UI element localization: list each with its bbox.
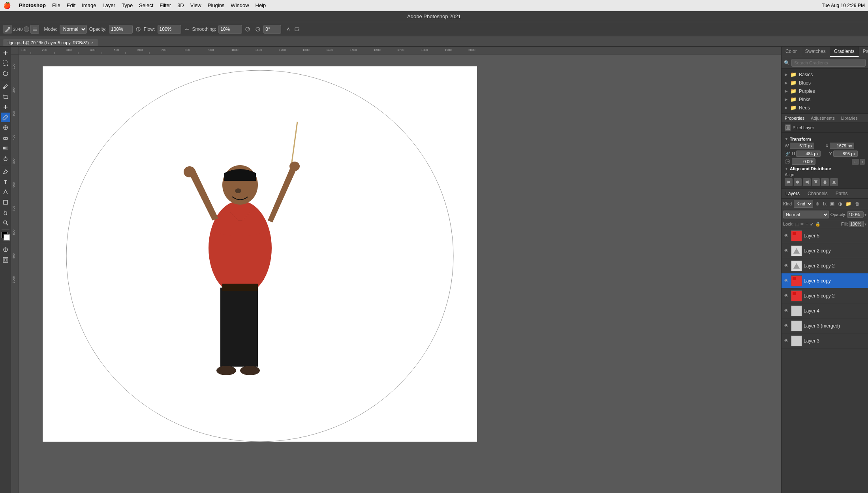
- tab-channels[interactable]: Channels: [804, 189, 832, 198]
- layer-opacity-input[interactable]: [847, 211, 864, 218]
- file-tab[interactable]: tiger.psd @ 70.1% (Layer 5 copy, RGB/8*)…: [3, 39, 98, 46]
- gradient-folder-purples[interactable]: ▶ 📁 Purples: [782, 87, 868, 95]
- menubar-edit[interactable]: Edit: [64, 2, 79, 9]
- tab-properties[interactable]: Properties: [782, 114, 808, 122]
- align-bottom-btn[interactable]: [830, 178, 838, 186]
- text-tool[interactable]: T: [1, 177, 10, 186]
- background-color[interactable]: [4, 234, 10, 241]
- align-top-btn[interactable]: [812, 178, 820, 186]
- gradient-folder-basics[interactable]: ▶ 📁 Basics: [782, 70, 868, 79]
- pen-tool[interactable]: [1, 167, 10, 176]
- fill-input[interactable]: [849, 221, 864, 227]
- frame-tool[interactable]: [1, 255, 10, 265]
- menubar-3d[interactable]: 3D: [174, 2, 187, 9]
- lock-position-btn[interactable]: ✏: [800, 222, 804, 227]
- selection-tool[interactable]: [1, 58, 10, 68]
- smoothing-settings-icon[interactable]: [244, 26, 251, 32]
- menubar-select[interactable]: Select: [136, 2, 156, 9]
- visibility-icon[interactable]: 👁: [783, 233, 789, 239]
- layer-item[interactable]: 👁 Layer 5: [782, 228, 868, 243]
- transform-section[interactable]: ▼ Transform: [785, 137, 865, 141]
- brush-preview[interactable]: [24, 26, 29, 32]
- gradient-folder-reds[interactable]: ▶ 📁 Reds: [782, 103, 868, 112]
- link-wh-icon[interactable]: 🔗: [785, 151, 790, 156]
- opacity-dropdown-icon[interactable]: ▾: [864, 213, 866, 217]
- visibility-icon[interactable]: 👁: [783, 338, 789, 344]
- tablet-icon[interactable]: [294, 26, 300, 32]
- brush-settings-btn[interactable]: [30, 25, 39, 34]
- brush-icon[interactable]: [3, 25, 12, 34]
- menubar-type[interactable]: Type: [118, 2, 136, 9]
- smoothing-input[interactable]: [218, 25, 242, 34]
- menubar-window[interactable]: Window: [227, 2, 252, 9]
- menubar-photoshop[interactable]: Photoshop: [16, 2, 49, 9]
- layer-item[interactable]: 👁 Layer 3: [782, 333, 868, 348]
- layer-item[interactable]: 👁 Layer 5 copy: [782, 273, 868, 288]
- tab-patterns[interactable]: Patterns: [859, 47, 868, 57]
- shape-tool[interactable]: [1, 198, 10, 207]
- eyedropper-tool[interactable]: [1, 82, 10, 91]
- lock-artboard-btn[interactable]: +: [806, 222, 808, 226]
- layer-item[interactable]: 👁 Layer 3 (merged): [782, 318, 868, 333]
- menubar-filter[interactable]: Filter: [156, 2, 174, 9]
- layer-item[interactable]: 👁 Layer 4: [782, 303, 868, 318]
- visibility-icon[interactable]: 👁: [783, 323, 789, 329]
- menubar-file[interactable]: File: [49, 2, 64, 9]
- move-tool[interactable]: [1, 48, 10, 58]
- lock-pixel-btn[interactable]: ⬚: [795, 222, 799, 227]
- gradient-folder-pinks[interactable]: ▶ 📁 Pinks: [782, 95, 868, 103]
- path-select-tool[interactable]: [1, 187, 10, 197]
- menubar-image[interactable]: Image: [79, 2, 99, 9]
- lock-all-btn[interactable]: ⤢: [810, 222, 814, 227]
- visibility-icon[interactable]: 👁: [783, 248, 789, 254]
- heal-tool[interactable]: [1, 102, 10, 112]
- gradient-tool[interactable]: [1, 143, 10, 153]
- height-input[interactable]: [796, 151, 821, 157]
- flip-h-btn[interactable]: ↔: [852, 159, 859, 165]
- flow-input[interactable]: [158, 25, 181, 34]
- hand-tool[interactable]: [1, 208, 10, 217]
- visibility-icon[interactable]: 👁: [783, 263, 789, 269]
- layer-item[interactable]: 👁 Layer 5 copy 2: [782, 288, 868, 303]
- tab-swatches[interactable]: Swatches: [801, 47, 830, 57]
- gradient-search-input[interactable]: [791, 59, 866, 67]
- layer-kind-select[interactable]: Kind: [794, 200, 813, 208]
- menubar-view[interactable]: View: [187, 2, 205, 9]
- gradient-folder-blues[interactable]: ▶ 📁 Blues: [782, 79, 868, 87]
- layer-fx-btn[interactable]: fx: [822, 201, 828, 207]
- visibility-icon[interactable]: 👁: [783, 293, 789, 299]
- canvas-content[interactable]: [19, 55, 781, 493]
- pressure-icon[interactable]: [285, 26, 291, 32]
- layer-mask-btn[interactable]: ▣: [829, 201, 836, 207]
- layer-item[interactable]: 👁 Layer 2 copy: [782, 243, 868, 258]
- apple-menu[interactable]: 🍎: [3, 2, 11, 9]
- tab-color[interactable]: Color: [782, 47, 801, 57]
- menubar-layer[interactable]: Layer: [99, 2, 118, 9]
- quick-mask-tool[interactable]: [1, 245, 10, 254]
- align-center-h-btn[interactable]: [794, 178, 802, 186]
- eraser-tool[interactable]: [1, 133, 10, 143]
- layer-delete-btn[interactable]: 🗑: [854, 201, 861, 207]
- x-input[interactable]: [830, 143, 854, 149]
- layer-folder-btn[interactable]: 📁: [844, 201, 853, 207]
- width-input[interactable]: [790, 143, 814, 149]
- tab-close-btn[interactable]: ×: [91, 41, 94, 45]
- tab-libraries[interactable]: Libraries: [838, 114, 861, 122]
- visibility-icon[interactable]: 👁: [783, 278, 789, 284]
- layers-list[interactable]: 👁 Layer 5 👁 Layer 2 copy 👁: [782, 228, 868, 493]
- menubar-plugins[interactable]: Plugins: [205, 2, 228, 9]
- flip-v-btn[interactable]: ↕: [860, 159, 865, 165]
- brush-tool active[interactable]: [1, 113, 10, 122]
- layer-item[interactable]: 👁 Layer 2 copy 2: [782, 258, 868, 273]
- lock-lock-btn[interactable]: 🔒: [815, 222, 821, 227]
- angle-value-input[interactable]: [792, 158, 815, 165]
- opacity-adjust-icon[interactable]: [135, 26, 141, 32]
- tab-gradients[interactable]: Gradients: [830, 47, 859, 57]
- dodge-tool[interactable]: [1, 154, 10, 163]
- tab-paths[interactable]: Paths: [832, 189, 852, 198]
- tab-adjustments[interactable]: Adjustments: [808, 114, 838, 122]
- angle-input[interactable]: [263, 25, 281, 34]
- airbrush-icon[interactable]: [184, 26, 190, 32]
- menubar-help[interactable]: Help: [252, 2, 269, 9]
- align-distribute-section[interactable]: ▼ Align and Distribute: [785, 166, 865, 171]
